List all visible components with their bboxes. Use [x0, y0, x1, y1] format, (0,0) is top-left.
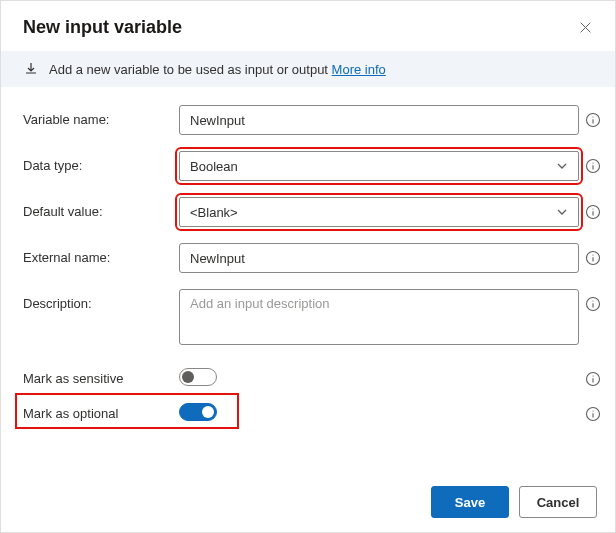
info-icon[interactable]	[585, 296, 601, 312]
external-name-label: External name:	[23, 243, 173, 265]
info-banner: Add a new variable to be used as input o…	[1, 51, 615, 87]
dialog-title: New input variable	[23, 17, 573, 38]
default-value-label: Default value:	[23, 197, 173, 219]
info-icon[interactable]	[585, 158, 601, 174]
svg-point-7	[592, 254, 593, 255]
svg-point-9	[592, 300, 593, 301]
svg-point-1	[592, 116, 593, 117]
data-type-label: Data type:	[23, 151, 173, 173]
info-icon[interactable]	[585, 250, 601, 266]
mark-sensitive-toggle[interactable]	[179, 368, 217, 386]
default-value-select[interactable]: <Blank>	[179, 197, 579, 227]
svg-point-3	[592, 162, 593, 163]
form-area: Variable name: Data type: Boolean Defaul…	[1, 87, 615, 422]
dialog-footer: Save Cancel	[431, 486, 597, 518]
cancel-button[interactable]: Cancel	[519, 486, 597, 518]
info-banner-text: Add a new variable to be used as input o…	[49, 62, 386, 77]
more-info-link[interactable]: More info	[332, 62, 386, 77]
external-name-input[interactable]	[179, 243, 579, 273]
variable-name-label: Variable name:	[23, 105, 173, 127]
download-icon	[23, 61, 39, 77]
svg-point-11	[592, 375, 593, 376]
svg-point-13	[592, 410, 593, 411]
data-type-value: Boolean	[190, 159, 238, 174]
close-icon	[579, 21, 592, 34]
save-button[interactable]: Save	[431, 486, 509, 518]
description-textarea[interactable]	[179, 289, 579, 345]
info-icon[interactable]	[585, 371, 601, 387]
default-value-value: <Blank>	[190, 205, 238, 220]
variable-name-input[interactable]	[179, 105, 579, 135]
info-icon[interactable]	[585, 112, 601, 128]
info-icon[interactable]	[585, 406, 601, 422]
svg-point-5	[592, 208, 593, 209]
dialog-header: New input variable	[1, 1, 615, 51]
mark-optional-toggle[interactable]	[179, 403, 217, 421]
chevron-down-icon	[556, 206, 568, 218]
mark-optional-label: Mark as optional	[23, 399, 173, 421]
chevron-down-icon	[556, 160, 568, 172]
data-type-select[interactable]: Boolean	[179, 151, 579, 181]
info-icon[interactable]	[585, 204, 601, 220]
description-label: Description:	[23, 289, 173, 311]
close-button[interactable]	[573, 15, 597, 39]
mark-sensitive-label: Mark as sensitive	[23, 364, 173, 386]
